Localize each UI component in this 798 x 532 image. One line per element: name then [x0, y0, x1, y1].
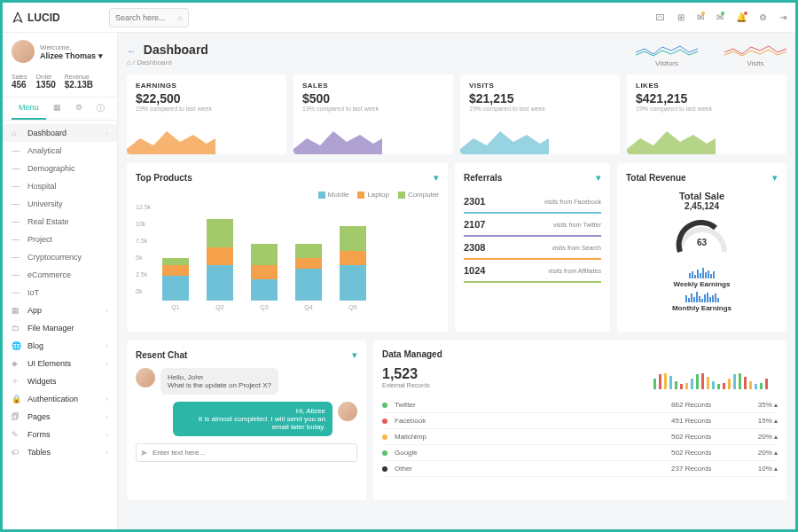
tab-2[interactable]: ▦ — [46, 98, 68, 120]
sidebar-item-university[interactable]: —University — [3, 195, 117, 213]
svg-rect-21 — [765, 379, 768, 389]
svg-rect-17 — [744, 377, 747, 389]
folder-icon[interactable]: ⮹ — [656, 12, 665, 22]
svg-rect-9 — [701, 373, 704, 389]
sidebar-item-iot[interactable]: —IoT — [3, 284, 117, 301]
sidebar-item-forms[interactable]: ✎Forms› — [3, 426, 117, 443]
dm-table: Twitter862 Records35% ▴Facebook451 Recor… — [382, 397, 778, 477]
referrals-title: Referrals — [464, 173, 502, 183]
logo-icon — [12, 12, 24, 24]
brand-logo[interactable]: LUCID — [12, 12, 100, 24]
sidebar-item-widgets[interactable]: ✧Widgets — [3, 372, 117, 390]
sidebar-tabs: Menu ▦ ⚙ ⓘ — [3, 98, 117, 121]
kpi-earnings: EARNINGS$22,50019% compared to last week — [127, 74, 286, 154]
page-title: Dashboard — [144, 43, 208, 57]
sidebar-item-authentication[interactable]: 🔒Authentication› — [3, 390, 117, 408]
sidebar-item-real-estate[interactable]: —Real Estate — [3, 213, 117, 231]
sidebar-item-ui-elements[interactable]: ◈UI Elements› — [3, 355, 117, 372]
svg-rect-5 — [680, 384, 683, 389]
chat-icon[interactable]: ✉ — [697, 12, 704, 22]
home-icon[interactable]: ⌂ — [127, 59, 131, 66]
nav-list: ⌂Dashboard›—Analytical—Demographic—Hospi… — [3, 121, 117, 465]
settings-icon[interactable]: ⚙ — [759, 12, 767, 22]
sidebar-item-app[interactable]: ▦App› — [3, 301, 117, 319]
tab-3[interactable]: ⚙ — [68, 98, 90, 120]
card-menu-icon[interactable]: ▾ — [596, 172, 601, 184]
table-row: Mailchimp502 Records20% ▴ — [382, 429, 778, 445]
sidebar-item-cryptocurrency[interactable]: —Cryptocurrency — [3, 248, 117, 266]
kpi-sales: SALES$50019% compared to last week — [293, 74, 453, 154]
status-dot — [382, 466, 387, 472]
tab-menu[interactable]: Menu — [12, 98, 46, 120]
kpi-visits: VISITS$21,21519% compared to last week — [460, 74, 620, 154]
tab-4[interactable]: ⓘ — [90, 98, 112, 120]
dash-icon: — — [12, 288, 20, 297]
bar-Q1: Q1 — [162, 258, 189, 310]
status-dot — [382, 434, 387, 440]
sidebar-item-analytical[interactable]: —Analytical — [3, 142, 117, 160]
bar-Q4: Q4 — [295, 244, 322, 310]
bar-Q2: Q2 — [207, 219, 233, 310]
bell-icon[interactable]: 🔔 — [736, 12, 747, 22]
sidebar-item-pages[interactable]: 🗐Pages› — [3, 408, 117, 426]
card-menu-icon[interactable]: ▾ — [772, 172, 778, 184]
dash-icon: — — [12, 182, 20, 191]
profile-block[interactable]: Welcome, Alizee Thomas ▾ — [3, 33, 117, 70]
sidebar-item-demographic[interactable]: —Demographic — [3, 160, 117, 177]
stat-sales: Sales456 — [12, 74, 27, 90]
weekly-label: Weekly Earnings — [626, 280, 778, 288]
sidebar-item-ecommerce[interactable]: —eCommerce — [3, 266, 117, 284]
welcome-text: Welcome, — [40, 43, 103, 51]
status-dot — [382, 419, 387, 424]
send-icon[interactable]: ➤ — [140, 448, 147, 458]
referral-item: 2107visits from Twitter — [464, 214, 601, 237]
table-row: Google502 Records20% ▴ — [382, 445, 778, 461]
stat-revenue: Revenue$2.13B — [65, 74, 93, 90]
calendar-icon[interactable]: ⊞ — [677, 12, 685, 22]
card-menu-icon[interactable]: ▾ — [434, 172, 439, 184]
mail-icon[interactable]: ✉ — [716, 12, 724, 22]
svg-rect-7 — [691, 379, 693, 389]
svg-rect-18 — [749, 381, 752, 389]
sidebar-item-tables[interactable]: 🏷Tables› — [3, 443, 117, 461]
pencil-icon: ✎ — [12, 430, 20, 439]
crumb-current: Dashboard — [137, 59, 172, 66]
stat-order: Order1350 — [36, 74, 56, 90]
total-sale-label: Total Sale — [626, 191, 778, 201]
logout-icon[interactable]: ⇥ — [779, 12, 786, 22]
chat-input-row: ➤ — [136, 443, 357, 462]
chevron-right-icon: › — [106, 413, 108, 421]
chart-legend: MobileLaptopComputer — [136, 191, 439, 199]
avatar — [338, 402, 357, 421]
svg-rect-11 — [712, 381, 715, 389]
svg-rect-8 — [696, 374, 699, 389]
back-arrow-icon[interactable]: ← — [127, 46, 136, 56]
sidebar-item-file-manager[interactable]: 🗀File Manager — [3, 319, 117, 337]
kpi-row: EARNINGS$22,50019% compared to last week… — [127, 74, 786, 154]
legend-laptop: Laptop — [357, 191, 388, 199]
revenue-card: Total Revenue▾ Total Sale 2,45,124 63 We… — [617, 163, 786, 332]
topbar: LUCID ⌕ ⮹ ⊞ ✉ ✉ 🔔 ⚙ ⇥ — [3, 3, 795, 33]
svg-rect-13 — [723, 383, 725, 389]
chat-input[interactable] — [153, 449, 353, 457]
search-icon[interactable]: ⌕ — [177, 12, 183, 22]
spark-visitors: Visitors — [636, 42, 698, 67]
sidebar-item-hospital[interactable]: —Hospital — [3, 177, 117, 195]
lock-icon: 🔒 — [12, 395, 20, 403]
sidebar-item-project[interactable]: —Project — [3, 231, 117, 248]
dm-sparkline — [653, 366, 778, 393]
search-box[interactable]: ⌕ — [109, 8, 189, 27]
sidebar-item-dashboard[interactable]: ⌂Dashboard› — [3, 124, 117, 142]
search-input[interactable] — [115, 13, 177, 22]
profile-name[interactable]: Alizee Thomas ▾ — [40, 51, 103, 60]
dash-icon: — — [12, 200, 20, 208]
bar-chart: 12.5k10k7.5k5k2.5k0k Q1Q2Q3Q4Q5 — [136, 204, 439, 310]
chevron-right-icon: › — [106, 449, 108, 457]
sidebar-stats: Sales456Order1350Revenue$2.13B — [3, 70, 117, 98]
files-icon: 🗐 — [12, 412, 20, 421]
diamond-icon: ◈ — [12, 359, 20, 368]
svg-rect-20 — [760, 383, 763, 389]
card-menu-icon[interactable]: ▾ — [352, 349, 357, 361]
sidebar-item-blog[interactable]: 🌐Blog› — [3, 337, 117, 355]
header-sparklines: VisitorsVisits — [636, 42, 786, 67]
